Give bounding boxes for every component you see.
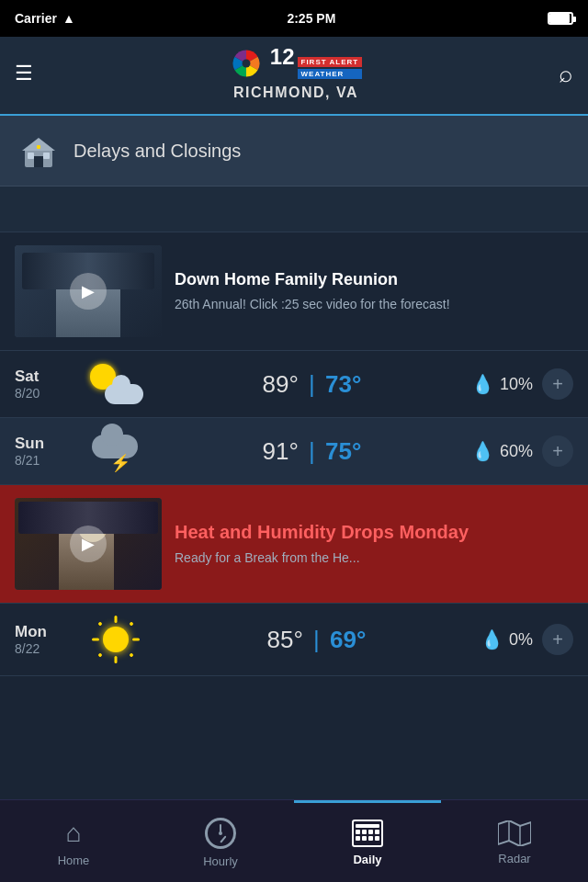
news-thumb-img-2: ▶ <box>15 498 162 590</box>
logo-text: 12 FIRST ALERT WEATHER <box>270 46 362 81</box>
temp-high-sat: 89° <box>263 370 299 398</box>
bottom-nav: ⌂ Home Hourly Daily <box>0 799 588 882</box>
precip-val-sun: 60% <box>500 442 533 461</box>
school-svg <box>20 132 57 169</box>
carrier-wifi: Carrier ▲ <box>15 11 75 26</box>
nav-daily[interactable]: Daily <box>294 800 441 882</box>
svg-marker-8 <box>498 820 531 846</box>
precip-val-mon: 0% <box>509 630 533 650</box>
main-content: Delays and Closings ▶ Down Home Family R… <box>0 116 588 878</box>
search-button[interactable]: ⌕ <box>559 60 573 88</box>
sun-icon-mon <box>91 615 141 664</box>
temps-mon: 85° | 69° <box>153 626 481 654</box>
news-card-1[interactable]: ▶ Down Home Family Reunion 26th Annual! … <box>0 232 588 351</box>
weather-icon-mon <box>79 615 153 664</box>
logo-wrap: 12 FIRST ALERT WEATHER <box>230 46 362 81</box>
app-logo: 12 FIRST ALERT WEATHER RICHMOND, VA <box>230 46 362 101</box>
rain-drop-mon: 💧 <box>481 628 503 650</box>
day-info-sun: Sun 8/21 <box>15 435 79 468</box>
battery-icon <box>548 12 573 25</box>
weather-row-sun[interactable]: Sun 8/21 ⚡ 91° | 75° 💧 60% + <box>0 418 588 485</box>
temp-sep-sat: | <box>309 370 315 398</box>
channel-number: 12 <box>270 46 295 68</box>
ad-banner <box>0 187 588 232</box>
battery-fill <box>549 14 570 23</box>
day-name-mon: Mon <box>15 623 79 641</box>
weather-icon-sat <box>79 362 153 406</box>
news-thumb-img-1: ▶ <box>15 245 162 337</box>
map-svg <box>498 820 531 846</box>
news-thumb-1: ▶ <box>15 245 162 337</box>
app-header: ☰ 12 FIRST ALERT WEATHER <box>0 37 588 116</box>
weather-label: WEATHER <box>298 69 363 79</box>
news-thumb-2: ▶ <box>15 498 162 590</box>
svg-point-1 <box>242 60 250 68</box>
time-display: 2:25 PM <box>287 11 335 26</box>
svg-rect-6 <box>43 153 50 159</box>
hourly-icon <box>205 818 236 849</box>
status-bar: Carrier ▲ 2:25 PM <box>0 0 588 37</box>
precip-sun: 💧 60% <box>471 440 533 462</box>
news-desc-2: Ready for a Break from the He... <box>175 549 469 568</box>
nav-daily-label: Daily <box>353 853 381 866</box>
news-content-1: Down Home Family Reunion 26th Annual! Cl… <box>175 269 450 314</box>
cloud-part <box>105 384 143 404</box>
news-title-2: Heat and Humidity Drops Monday <box>175 520 469 544</box>
nav-home-label: Home <box>58 854 90 867</box>
news-desc-1: 26th Annual! Click :25 sec video for the… <box>175 296 450 314</box>
nav-radar[interactable]: Radar <box>441 800 588 882</box>
first-alert-label: FIRST ALERT <box>298 57 363 67</box>
news-content-2: Heat and Humidity Drops Monday Ready for… <box>175 520 469 568</box>
news-card-2[interactable]: ▶ Heat and Humidity Drops Monday Ready f… <box>0 485 588 604</box>
nav-radar-label: Radar <box>498 852 530 865</box>
temp-high-sun: 91° <box>263 437 299 465</box>
precip-val-sat: 10% <box>500 375 533 394</box>
weather-row-mon[interactable]: Mon 8/22 85° | <box>0 604 588 676</box>
temps-sat: 89° | 73° <box>153 370 471 399</box>
temp-sep-sun: | <box>309 437 315 465</box>
day-name-sat: Sat <box>15 368 79 386</box>
weather-row-sat[interactable]: Sat 8/20 89° | 73° 💧 10% + <box>0 351 588 418</box>
svg-rect-5 <box>28 153 34 159</box>
nbc-peacock-icon <box>230 47 263 80</box>
lightning-icon: ⚡ <box>110 453 130 473</box>
day-name-sun: Sun <box>15 435 79 453</box>
temp-low-sun: 75° <box>325 437 361 465</box>
temp-high-mon: 85° <box>267 626 303 653</box>
rain-drop-sat: 💧 <box>471 373 494 395</box>
expand-sat[interactable]: + <box>542 368 573 400</box>
menu-button[interactable]: ☰ <box>15 62 33 85</box>
precip-sat: 💧 10% <box>471 373 533 395</box>
rain-drop-sun: 💧 <box>471 440 494 462</box>
expand-mon[interactable]: + <box>542 624 573 655</box>
day-info-mon: Mon 8/22 <box>15 623 79 656</box>
nav-home[interactable]: ⌂ Home <box>0 800 147 882</box>
day-info-sat: Sat 8/20 <box>15 368 79 401</box>
delays-text: Delays and Closings <box>74 141 241 162</box>
partly-cloudy-icon <box>88 362 143 406</box>
precip-mon: 💧 0% <box>481 628 533 650</box>
day-date-sat: 8/20 <box>15 386 79 401</box>
day-date-mon: 8/22 <box>15 641 79 656</box>
radar-icon <box>498 820 531 846</box>
svg-rect-4 <box>34 156 43 167</box>
delays-banner[interactable]: Delays and Closings <box>0 116 588 187</box>
expand-sun[interactable]: + <box>542 435 573 467</box>
nav-hourly[interactable]: Hourly <box>147 800 294 882</box>
news-title-1: Down Home Family Reunion <box>175 269 450 290</box>
home-icon: ⌂ <box>66 819 82 848</box>
day-date-sun: 8/21 <box>15 453 79 468</box>
nav-hourly-label: Hourly <box>203 854 238 868</box>
cloudy-lightning-icon: ⚡ <box>88 429 143 473</box>
location-label: RICHMOND, VA <box>233 85 358 101</box>
temps-sun: 91° | 75° <box>153 437 471 466</box>
temp-low-sat: 73° <box>325 370 361 398</box>
weather-icon-sun: ⚡ <box>79 429 153 473</box>
temp-low-mon: 69° <box>330 626 366 653</box>
carrier-label: Carrier <box>15 11 57 26</box>
daily-icon <box>352 820 383 847</box>
svg-rect-7 <box>37 145 40 149</box>
wifi-icon: ▲ <box>62 11 75 26</box>
school-icon <box>18 130 59 171</box>
temp-sep-mon: | <box>313 626 320 653</box>
